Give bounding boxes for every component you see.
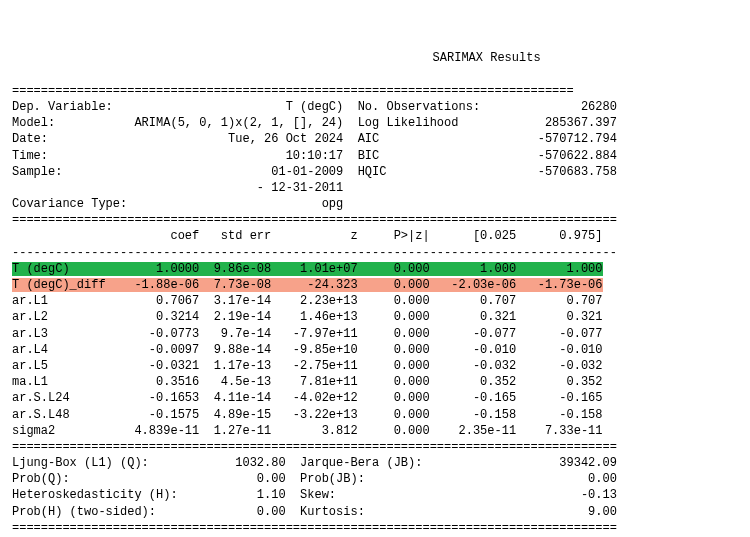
- divider-dash: ----------------------------------------…: [12, 246, 617, 260]
- coef-row: ar.L3 -0.0773 9.7e-14 -7.97e+11 0.000 -0…: [12, 327, 603, 341]
- coef-header: coef std err z P>|z| [0.025 0.975]: [12, 229, 603, 243]
- divider: ========================================…: [12, 84, 574, 98]
- coef-row: ar.S.L24 -0.1653 4.11e-14 -4.02e+12 0.00…: [12, 391, 603, 405]
- coef-row: ar.S.L48 -0.1575 4.89e-15 -3.22e+13 0.00…: [12, 408, 603, 422]
- coef-row: ma.L1 0.3516 4.5e-13 7.81e+11 0.000 0.35…: [12, 375, 603, 389]
- header-row: Model: ARIMA(5, 0, 1)x(2, 1, [], 24) Log…: [12, 116, 617, 130]
- divider: ========================================…: [12, 440, 617, 454]
- diag-row: Ljung-Box (L1) (Q): 1032.80 Jarque-Bera …: [12, 456, 617, 470]
- coef-row: sigma2 4.839e-11 1.27e-11 3.812 0.000 2.…: [12, 424, 603, 438]
- coef-row: ar.L4 -0.0097 9.88e-14 -9.85e+10 0.000 -…: [12, 343, 603, 357]
- coef-row: T (degC) 1.0000 9.86e-08 1.01e+07 0.000 …: [12, 262, 603, 276]
- sarimax-results: SARIMAX Results ========================…: [12, 50, 738, 537]
- header-row: Dep. Variable: T (degC) No. Observations…: [12, 100, 617, 114]
- header-row: Date: Tue, 26 Oct 2024 AIC -570712.794: [12, 132, 617, 146]
- header-row: Time: 10:10:17 BIC -570622.884: [12, 149, 617, 163]
- coef-row: ar.L1 0.7067 3.17e-14 2.23e+13 0.000 0.7…: [12, 294, 603, 308]
- header-row: - 12-31-2011: [12, 181, 343, 195]
- page-title: SARIMAX Results: [12, 50, 738, 66]
- header-row: Sample: 01-01-2009 HQIC -570683.758: [12, 165, 617, 179]
- diag-row: Heteroskedasticity (H): 1.10 Skew: -0.13: [12, 488, 617, 502]
- header-row: Covariance Type: opg: [12, 197, 343, 211]
- coef-row: ar.L2 0.3214 2.19e-14 1.46e+13 0.000 0.3…: [12, 310, 603, 324]
- divider: ========================================…: [12, 521, 617, 535]
- coef-row: T (degC)_diff -1.88e-06 7.73e-08 -24.323…: [12, 278, 603, 292]
- divider: ========================================…: [12, 213, 617, 227]
- diag-row: Prob(H) (two-sided): 0.00 Kurtosis: 9.00: [12, 505, 617, 519]
- coef-row: ar.L5 -0.0321 1.17e-13 -2.75e+11 0.000 -…: [12, 359, 603, 373]
- diag-row: Prob(Q): 0.00 Prob(JB): 0.00: [12, 472, 617, 486]
